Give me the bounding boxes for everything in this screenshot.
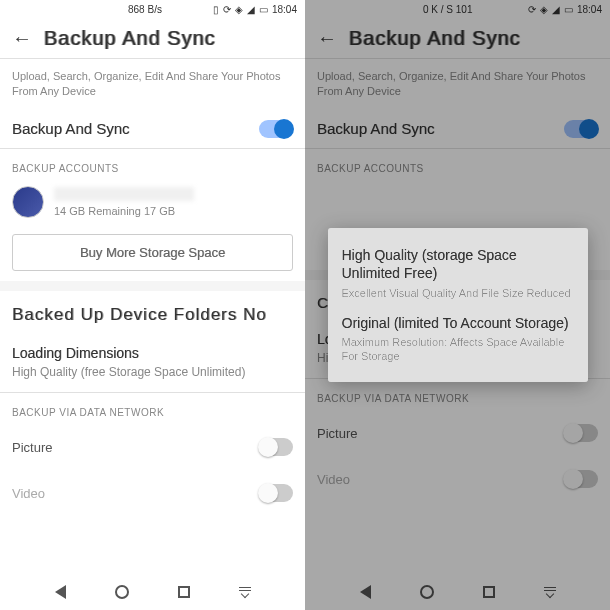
- option-desc: Maximum Resolution: Affects Space Availa…: [342, 335, 574, 364]
- dialog-option-original[interactable]: Original (limited To Account Storage) Ma…: [342, 314, 574, 364]
- account-row[interactable]: 14 GB Remaining 17 GB: [0, 180, 305, 224]
- folders-title[interactable]: Backed Up Device Folders No: [0, 291, 305, 327]
- buy-storage-button[interactable]: Buy More Storage Space: [12, 234, 293, 271]
- quality-text: High Quality (free Storage Space Unlimit…: [0, 363, 305, 393]
- gap: [0, 281, 305, 291]
- loading-dimensions[interactable]: Loading Dimensions: [0, 327, 305, 363]
- data-rate: 868 B/s: [128, 4, 162, 15]
- quality-dialog: High Quality (storage Space Unlimited Fr…: [328, 228, 588, 381]
- vibrate-icon: ▯: [213, 4, 219, 15]
- picture-label: Picture: [12, 440, 52, 455]
- subtitle: Upload, Search, Organize, Edit And Share…: [0, 59, 305, 110]
- sync-toggle[interactable]: [259, 120, 293, 138]
- option-title: High Quality (storage Space Unlimited Fr…: [342, 246, 574, 282]
- account-info: 14 GB Remaining 17 GB: [54, 187, 293, 217]
- clock: 18:04: [272, 4, 297, 15]
- sync-icon: ⟳: [223, 4, 231, 15]
- sync-row: Backup And Sync: [0, 110, 305, 148]
- nav-recent-icon[interactable]: [178, 586, 190, 598]
- network-label: BACKUP VIA DATA NETWORK: [0, 393, 305, 424]
- dialog-overlay[interactable]: High Quality (storage Space Unlimited Fr…: [305, 0, 610, 610]
- nav-home-icon[interactable]: [115, 585, 129, 599]
- account-email-blurred: [54, 187, 194, 201]
- video-label: Video: [12, 486, 45, 501]
- nav-back-icon[interactable]: [55, 585, 66, 599]
- dialog-option-high-quality[interactable]: High Quality (storage Space Unlimited Fr…: [342, 246, 574, 300]
- video-row: Video: [0, 470, 305, 516]
- picture-toggle[interactable]: [259, 438, 293, 456]
- video-toggle[interactable]: [259, 484, 293, 502]
- signal-icon: ◢: [247, 4, 255, 15]
- back-icon[interactable]: ←: [12, 27, 32, 50]
- avatar: [12, 186, 44, 218]
- backup-accounts-label: BACKUP ACCOUNTS: [0, 149, 305, 180]
- wifi-icon: ◈: [235, 4, 243, 15]
- header: ← Backup And Sync: [0, 18, 305, 58]
- nav-bar: [0, 574, 305, 610]
- status-bar: 868 B/s ▯ ⟳ ◈ ◢ ▭ 18:04: [0, 0, 305, 18]
- option-desc: Excellent Visual Quality And File Size R…: [342, 286, 574, 300]
- account-storage: 14 GB Remaining 17 GB: [54, 205, 293, 217]
- battery-icon: ▭: [259, 4, 268, 15]
- option-title: Original (limited To Account Storage): [342, 314, 574, 332]
- nav-menu-icon[interactable]: [239, 587, 251, 597]
- page-title: Backup And Sync: [44, 27, 216, 50]
- picture-row: Picture: [0, 424, 305, 470]
- sync-label: Backup And Sync: [12, 120, 130, 137]
- phone-right: 0 K / S 101 ⟳ ◈ ◢ ▭ 18:04 ← Backup And S…: [305, 0, 610, 610]
- phone-left: 868 B/s ▯ ⟳ ◈ ◢ ▭ 18:04 ← Backup And Syn…: [0, 0, 305, 610]
